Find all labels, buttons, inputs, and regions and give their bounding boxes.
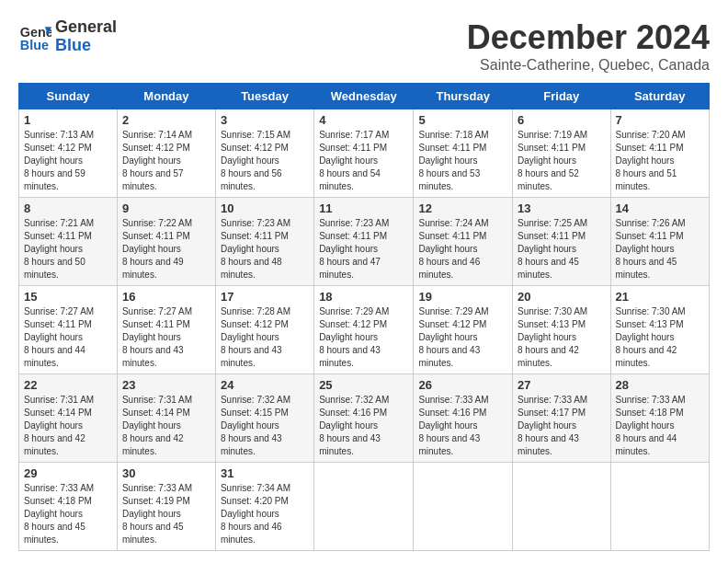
calendar-cell [414, 463, 513, 551]
calendar-cell [610, 463, 709, 551]
calendar-cell: 17 Sunrise: 7:28 AM Sunset: 4:12 PM Dayl… [215, 286, 313, 374]
calendar-cell: 22 Sunrise: 7:31 AM Sunset: 4:14 PM Dayl… [19, 374, 118, 463]
day-info: Sunrise: 7:17 AM Sunset: 4:11 PM Dayligh… [319, 129, 408, 193]
calendar-cell: 29 Sunrise: 7:33 AM Sunset: 4:18 PM Dayl… [19, 463, 118, 551]
day-info: Sunrise: 7:33 AM Sunset: 4:18 PM Dayligh… [616, 394, 704, 458]
weekday-header: Sunday [19, 84, 118, 109]
day-number: 23 [122, 378, 210, 392]
calendar-cell: 11 Sunrise: 7:23 AM Sunset: 4:11 PM Dayl… [314, 198, 414, 286]
calendar-week-row: 8 Sunrise: 7:21 AM Sunset: 4:11 PM Dayli… [19, 198, 710, 286]
calendar-cell: 7 Sunrise: 7:20 AM Sunset: 4:11 PM Dayli… [610, 109, 709, 198]
calendar-cell: 5 Sunrise: 7:18 AM Sunset: 4:11 PM Dayli… [414, 109, 513, 198]
day-info: Sunrise: 7:14 AM Sunset: 4:12 PM Dayligh… [122, 129, 210, 193]
calendar-cell: 2 Sunrise: 7:14 AM Sunset: 4:12 PM Dayli… [117, 109, 215, 198]
day-info: Sunrise: 7:23 AM Sunset: 4:11 PM Dayligh… [319, 217, 408, 282]
weekday-header: Friday [513, 84, 611, 109]
day-number: 5 [418, 113, 507, 127]
logo-text: General Blue [55, 18, 117, 55]
day-info: Sunrise: 7:22 AM Sunset: 4:11 PM Dayligh… [122, 217, 210, 282]
day-number: 25 [319, 378, 408, 392]
calendar-cell: 9 Sunrise: 7:22 AM Sunset: 4:11 PM Dayli… [117, 198, 215, 286]
day-info: Sunrise: 7:29 AM Sunset: 4:12 PM Dayligh… [319, 305, 408, 370]
day-number: 21 [616, 290, 704, 304]
day-number: 7 [616, 113, 704, 127]
day-info: Sunrise: 7:25 AM Sunset: 4:11 PM Dayligh… [518, 217, 606, 282]
day-info: Sunrise: 7:30 AM Sunset: 4:13 PM Dayligh… [616, 305, 704, 370]
day-info: Sunrise: 7:33 AM Sunset: 4:17 PM Dayligh… [518, 394, 606, 458]
day-number: 12 [418, 201, 507, 215]
calendar-cell [314, 463, 414, 551]
day-number: 9 [122, 201, 210, 215]
calendar-cell: 4 Sunrise: 7:17 AM Sunset: 4:11 PM Dayli… [314, 109, 414, 198]
calendar-cell: 6 Sunrise: 7:19 AM Sunset: 4:11 PM Dayli… [513, 109, 611, 198]
day-info: Sunrise: 7:13 AM Sunset: 4:12 PM Dayligh… [24, 129, 112, 193]
day-number: 30 [122, 466, 210, 480]
calendar-week-row: 15 Sunrise: 7:27 AM Sunset: 4:11 PM Dayl… [19, 286, 710, 374]
calendar-cell: 25 Sunrise: 7:32 AM Sunset: 4:16 PM Dayl… [314, 374, 414, 463]
calendar-cell: 12 Sunrise: 7:24 AM Sunset: 4:11 PM Dayl… [414, 198, 513, 286]
day-number: 26 [418, 378, 507, 392]
day-info: Sunrise: 7:23 AM Sunset: 4:11 PM Dayligh… [221, 217, 309, 282]
calendar-cell: 14 Sunrise: 7:26 AM Sunset: 4:11 PM Dayl… [610, 198, 709, 286]
day-info: Sunrise: 7:29 AM Sunset: 4:12 PM Dayligh… [418, 305, 507, 370]
calendar-cell: 20 Sunrise: 7:30 AM Sunset: 4:13 PM Dayl… [513, 286, 611, 374]
day-info: Sunrise: 7:32 AM Sunset: 4:16 PM Dayligh… [319, 394, 408, 458]
calendar-cell: 27 Sunrise: 7:33 AM Sunset: 4:17 PM Dayl… [513, 374, 611, 463]
day-info: Sunrise: 7:33 AM Sunset: 4:19 PM Dayligh… [122, 482, 210, 546]
calendar-cell: 3 Sunrise: 7:15 AM Sunset: 4:12 PM Dayli… [215, 109, 313, 198]
calendar-cell: 23 Sunrise: 7:31 AM Sunset: 4:14 PM Dayl… [117, 374, 215, 463]
weekday-header: Tuesday [215, 84, 313, 109]
calendar-cell: 18 Sunrise: 7:29 AM Sunset: 4:12 PM Dayl… [314, 286, 414, 374]
title-section: December 2024 Sainte-Catherine, Quebec, … [467, 18, 710, 74]
day-info: Sunrise: 7:21 AM Sunset: 4:11 PM Dayligh… [24, 217, 112, 282]
day-number: 3 [221, 113, 309, 127]
day-number: 29 [24, 466, 112, 480]
day-number: 20 [518, 290, 606, 304]
day-number: 24 [221, 378, 309, 392]
weekday-header-row: SundayMondayTuesdayWednesdayThursdayFrid… [19, 84, 710, 109]
svg-text:Blue: Blue [20, 37, 49, 52]
day-info: Sunrise: 7:18 AM Sunset: 4:11 PM Dayligh… [418, 129, 507, 193]
day-number: 28 [616, 378, 704, 392]
calendar-cell: 26 Sunrise: 7:33 AM Sunset: 4:16 PM Dayl… [414, 374, 513, 463]
day-number: 31 [221, 466, 309, 480]
day-number: 6 [518, 113, 606, 127]
day-number: 27 [518, 378, 606, 392]
day-info: Sunrise: 7:33 AM Sunset: 4:16 PM Dayligh… [418, 394, 507, 458]
calendar-cell: 15 Sunrise: 7:27 AM Sunset: 4:11 PM Dayl… [19, 286, 118, 374]
day-number: 2 [122, 113, 210, 127]
day-number: 17 [221, 290, 309, 304]
calendar-cell: 28 Sunrise: 7:33 AM Sunset: 4:18 PM Dayl… [610, 374, 709, 463]
day-info: Sunrise: 7:31 AM Sunset: 4:14 PM Dayligh… [24, 394, 112, 458]
day-info: Sunrise: 7:31 AM Sunset: 4:14 PM Dayligh… [122, 394, 210, 458]
day-info: Sunrise: 7:24 AM Sunset: 4:11 PM Dayligh… [418, 217, 507, 282]
day-number: 1 [24, 113, 112, 127]
day-number: 16 [122, 290, 210, 304]
calendar-week-row: 29 Sunrise: 7:33 AM Sunset: 4:18 PM Dayl… [19, 463, 710, 551]
day-info: Sunrise: 7:26 AM Sunset: 4:11 PM Dayligh… [616, 217, 704, 282]
calendar-cell: 16 Sunrise: 7:27 AM Sunset: 4:11 PM Dayl… [117, 286, 215, 374]
month-title: December 2024 [467, 18, 710, 57]
day-info: Sunrise: 7:33 AM Sunset: 4:18 PM Dayligh… [24, 482, 112, 546]
day-number: 19 [418, 290, 507, 304]
day-info: Sunrise: 7:20 AM Sunset: 4:11 PM Dayligh… [616, 129, 704, 193]
day-number: 15 [24, 290, 112, 304]
day-info: Sunrise: 7:27 AM Sunset: 4:11 PM Dayligh… [122, 305, 210, 370]
day-info: Sunrise: 7:27 AM Sunset: 4:11 PM Dayligh… [24, 305, 112, 370]
day-info: Sunrise: 7:34 AM Sunset: 4:20 PM Dayligh… [221, 482, 309, 546]
day-info: Sunrise: 7:28 AM Sunset: 4:12 PM Dayligh… [221, 305, 309, 370]
logo-icon: General Blue [18, 20, 51, 53]
day-number: 4 [319, 113, 408, 127]
page-header: General Blue General Blue December 2024 … [18, 18, 710, 74]
calendar-cell: 10 Sunrise: 7:23 AM Sunset: 4:11 PM Dayl… [215, 198, 313, 286]
day-number: 14 [616, 201, 704, 215]
weekday-header: Monday [117, 84, 215, 109]
calendar-cell: 21 Sunrise: 7:30 AM Sunset: 4:13 PM Dayl… [610, 286, 709, 374]
calendar-cell: 30 Sunrise: 7:33 AM Sunset: 4:19 PM Dayl… [117, 463, 215, 551]
calendar-week-row: 1 Sunrise: 7:13 AM Sunset: 4:12 PM Dayli… [19, 109, 710, 198]
weekday-header: Saturday [610, 84, 709, 109]
weekday-header: Wednesday [314, 84, 414, 109]
day-info: Sunrise: 7:15 AM Sunset: 4:12 PM Dayligh… [221, 129, 309, 193]
location-title: Sainte-Catherine, Quebec, Canada [467, 57, 710, 74]
day-number: 18 [319, 290, 408, 304]
